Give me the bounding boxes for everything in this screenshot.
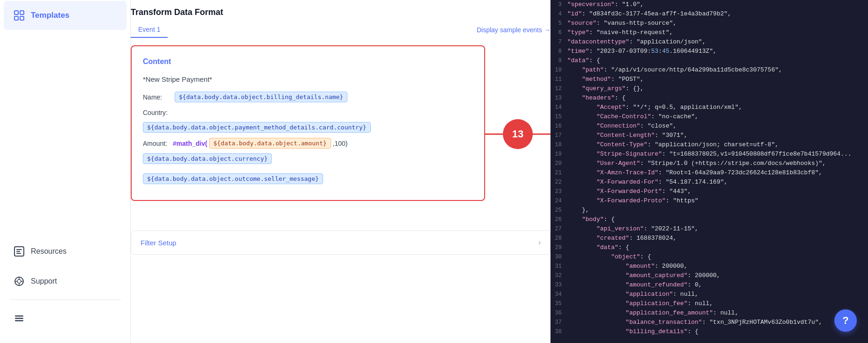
line-content: "X-Amzn-Trace-Id": "Root=1-64a29aa9-723d… (567, 168, 868, 178)
code-line: 11 "method": "POST", (550, 75, 868, 84)
code-line: 17 "Content-Length": "3071", (550, 131, 868, 140)
amount-field-row: Amount: #math_div( ${data.body.data.obje… (143, 138, 473, 149)
line-content: "headers": { (567, 93, 868, 103)
name-tag[interactable]: ${data.body.data.object.billing_details.… (175, 92, 347, 102)
line-number: 28 (550, 234, 567, 243)
currency-tag[interactable]: ${data.body.data.object.currency} (143, 153, 272, 164)
code-line: 23 "X-Forwarded-Port": "443", (550, 187, 868, 196)
line-number: 30 (550, 252, 567, 262)
line-content: "X-Forwarded-For": "54.187.174.169", (567, 178, 868, 187)
code-line: 7"datacontenttype": "application/json", (550, 37, 868, 47)
amount-func-text: #math_div( (173, 140, 207, 147)
line-number: 12 (550, 84, 567, 93)
display-sample-arrow: → (544, 26, 550, 34)
svg-rect-0 (14, 11, 18, 14)
line-number: 9 (550, 56, 567, 65)
line-number: 33 (550, 280, 567, 290)
line-number: 8 (550, 47, 567, 56)
sidebar-item-resources[interactable]: Resources (4, 237, 127, 266)
line-number: 3 (550, 0, 567, 9)
content-label: Content (143, 57, 473, 66)
svg-rect-5 (16, 249, 22, 250)
seller-tag[interactable]: ${data.body.data.object.outcome.seller_m… (143, 173, 323, 184)
filter-setup-label: Filter Setup (141, 239, 176, 247)
svg-rect-15 (15, 318, 23, 319)
amount-tag[interactable]: ${data.body.data.object.amount} (209, 138, 331, 149)
code-line: 32 "amount_captured": 200000, (550, 271, 868, 280)
svg-rect-3 (20, 16, 24, 20)
line-content: "data": { (567, 56, 868, 65)
line-content: "path": "/api/v1/source/http/64a299ba11d… (567, 65, 868, 75)
step-number-circle: 13 (503, 119, 533, 149)
line-content: "Cache-Control": "no-cache", (567, 112, 868, 121)
line-content: "User-Agent": "Stripe/1.0 (+https://stri… (567, 159, 868, 168)
line-content: "Accept": "*/*; q=0.5, application/xml", (567, 103, 868, 112)
svg-rect-7 (16, 253, 21, 254)
line-number: 15 (550, 112, 567, 121)
code-line: 34 "application": null, (550, 290, 868, 299)
code-line: 13 "headers": { (550, 93, 868, 103)
country-field-row: Country: (143, 109, 473, 116)
code-line: 37 "balance_transaction": "txn_3NPjRzHOT… (550, 318, 868, 327)
code-line: 30 "object": { (550, 252, 868, 262)
country-tag[interactable]: ${data.body.data.object.payment_method_d… (143, 122, 371, 133)
line-number: 27 (550, 224, 567, 234)
content-title: *New Stripe Payment* (143, 75, 473, 83)
line-number: 25 (550, 206, 567, 215)
line-content: "Content-Type": "application/json; chars… (567, 140, 868, 150)
line-content: "data": { (567, 243, 868, 252)
line-number: 22 (550, 178, 567, 187)
line-number: 17 (550, 131, 567, 140)
country-label: Country: (143, 109, 171, 116)
code-line: 9"data": { (550, 56, 868, 65)
code-line: 26 "body": { (550, 215, 868, 224)
filter-chevron-icon: › (538, 238, 541, 247)
display-sample-link[interactable]: Display sample events → (477, 26, 550, 34)
line-number: 31 (550, 262, 567, 271)
hamburger-icon (13, 312, 25, 324)
code-line: 16 "Connection": "close", (550, 121, 868, 131)
code-line: 21 "X-Amzn-Trace-Id": "Root=1-64a29aa9-7… (550, 168, 868, 178)
line-number: 37 (550, 318, 567, 327)
sidebar-item-templates[interactable]: Templates (4, 1, 127, 30)
line-content: "amount_refunded": 0, (567, 280, 868, 290)
line-content: "type": "naive-http-request", (567, 28, 868, 37)
line-content: "method": "POST", (567, 75, 868, 84)
code-line: 5"source": "vanus-http-source", (550, 19, 868, 28)
code-line: 10 "path": "/api/v1/source/http/64a299ba… (550, 65, 868, 75)
line-content: "application_fee": null, (567, 299, 868, 308)
line-number: 32 (550, 271, 567, 280)
line-content: "created": 1688378024, (567, 234, 868, 243)
code-line: 15 "Cache-Control": "no-cache", (550, 112, 868, 121)
line-number: 38 (550, 327, 567, 336)
sidebar-item-menu[interactable] (4, 304, 127, 333)
line-number: 4 (550, 9, 567, 19)
code-panel: 3"specversion": "1.0",4"id": "d834fd3c-3… (550, 0, 868, 343)
line-number: 24 (550, 196, 567, 206)
line-number: 29 (550, 243, 567, 252)
filter-setup[interactable]: Filter Setup › (131, 230, 550, 255)
code-line: 27 "api_version": "2022-11-15", (550, 224, 868, 234)
templates-icon (13, 9, 25, 21)
line-content: "amount_captured": 200000, (567, 271, 868, 280)
code-line: 3"specversion": "1.0", (550, 0, 868, 9)
help-icon: ? (842, 314, 848, 327)
tab-event1[interactable]: Event 1 (131, 22, 168, 38)
code-line: 12 "query_args": {}, (550, 84, 868, 93)
sidebar-item-support[interactable]: Support (4, 267, 127, 296)
line-content: "api_version": "2022-11-15", (567, 224, 868, 234)
code-content: 3"specversion": "1.0",4"id": "d834fd3c-3… (550, 0, 868, 343)
line-content: "Connection": "close", (567, 121, 868, 131)
code-line: 28 "created": 1688378024, (550, 234, 868, 243)
line-number: 6 (550, 28, 567, 37)
svg-rect-6 (16, 251, 20, 252)
help-button[interactable]: ? (834, 309, 857, 332)
center-panel: Transform Data Format Event 1 Display sa… (131, 0, 550, 343)
line-number: 36 (550, 308, 567, 318)
line-number: 21 (550, 168, 567, 178)
line-number: 19 (550, 150, 567, 159)
code-line: 38 "billing_details": { (550, 327, 868, 336)
line-content: "application": null, (567, 290, 868, 299)
line-number: 14 (550, 103, 567, 112)
line-content: }, (567, 206, 868, 215)
